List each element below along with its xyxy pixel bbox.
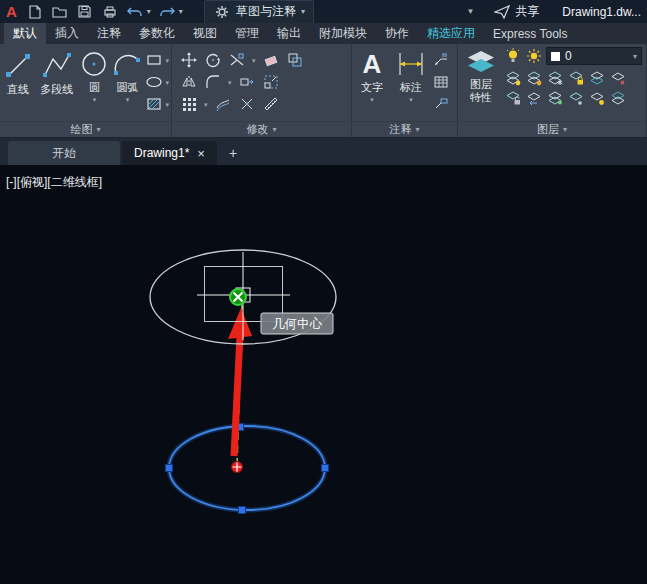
ribbon-tab-featured-apps[interactable]: 精选应用 [418, 23, 484, 44]
layer-freeze-all-button[interactable] [567, 89, 585, 107]
layer-state-button[interactable] [546, 89, 564, 107]
leader-tool-button[interactable] [432, 51, 450, 69]
new-file-button[interactable] [26, 3, 44, 21]
ribbon-tab-home[interactable]: 默认 [4, 23, 46, 44]
rectangle-tool-button[interactable]: ▾ [145, 51, 169, 69]
viewport-controls[interactable]: [-][俯视][二维线框] [6, 174, 102, 191]
ribbon-tab-addins[interactable]: 附加模块 [310, 23, 376, 44]
ribbon-tab-collaborate[interactable]: 协作 [376, 23, 418, 44]
ribbon: 直线 多段线 圆 ▾ 圆弧 ▾ [0, 44, 647, 138]
ribbon-tab-output[interactable]: 输出 [268, 23, 310, 44]
undo-dropdown-arrow[interactable]: ▾ [147, 7, 151, 16]
save-button[interactable] [76, 3, 94, 21]
hatch-dropdown-arrow[interactable]: ▾ [165, 101, 169, 108]
modify-panel-label[interactable]: 修改 ▾ [172, 121, 351, 137]
redo-dropdown-arrow[interactable]: ▾ [179, 7, 183, 16]
share-button[interactable]: 共享 [487, 3, 545, 21]
layer-properties-label-1: 图层 [470, 78, 492, 90]
scale-tool-button[interactable] [262, 73, 280, 91]
file-tab-start[interactable]: 开始 [8, 141, 120, 165]
trim-tool-button[interactable] [228, 51, 246, 69]
layer-off-button[interactable] [504, 69, 522, 87]
mirror-tool-button[interactable] [180, 73, 198, 91]
close-tab-icon[interactable]: × [197, 146, 205, 161]
array-dropdown-arrow[interactable]: ▾ [204, 101, 208, 108]
layer-bulb-icon[interactable] [504, 47, 522, 65]
undo-button[interactable] [126, 3, 144, 21]
circle-dropdown-arrow[interactable]: ▾ [93, 96, 97, 103]
ribbon-tab-view[interactable]: 视图 [184, 23, 226, 44]
ribbon-tab-express-tools[interactable]: Express Tools [484, 23, 576, 44]
file-tab-drawing1[interactable]: Drawing1* × [122, 141, 217, 165]
layer-isolate-button[interactable] [525, 69, 543, 87]
stretch-tool-button[interactable] [238, 73, 256, 91]
measure-tool-button[interactable] [262, 95, 280, 113]
text-tool-button[interactable]: A 文字 ▾ [354, 47, 390, 121]
layer-properties-icon [465, 49, 497, 77]
table-tool-button[interactable] [432, 73, 450, 91]
current-layer-name: 0 [565, 49, 572, 63]
grip-right[interactable] [322, 465, 329, 472]
line-tool-label: 直线 [7, 82, 29, 97]
new-drawing-button[interactable]: + [219, 141, 247, 165]
workspace-label: 草图与注释 [236, 3, 296, 20]
dimension-tool-button[interactable]: 标注 ▾ [392, 47, 430, 121]
autocad-logo[interactable]: A [6, 3, 17, 20]
copy-tool-button[interactable] [286, 51, 304, 69]
arc-tool-label: 圆弧 [116, 80, 138, 95]
fillet-tool-button[interactable] [204, 73, 222, 91]
move-tool-button[interactable] [180, 51, 198, 69]
arc-tool-button[interactable]: 圆弧 ▾ [111, 47, 143, 121]
draw-panel-label[interactable]: 绘图 ▾ [0, 121, 171, 137]
open-folder-button[interactable] [51, 3, 69, 21]
bottom-ellipse[interactable] [169, 426, 325, 510]
rotate-tool-button[interactable] [204, 51, 222, 69]
layer-dropdown[interactable]: 0 ▾ [546, 47, 642, 65]
redo-button[interactable] [158, 3, 176, 21]
layer-prev-button[interactable] [525, 89, 543, 107]
layer-freeze-button[interactable] [546, 69, 564, 87]
layers-panel: 图层 特性 0 ▾ [458, 44, 647, 137]
ellipse-dropdown-arrow[interactable]: ▾ [165, 79, 169, 86]
text-dropdown-arrow[interactable]: ▾ [370, 96, 374, 103]
grip-left[interactable] [166, 465, 173, 472]
layers-panel-label[interactable]: 图层 ▾ [458, 121, 646, 137]
grip-bottom[interactable] [239, 507, 246, 514]
workspace-switcher[interactable]: 草图与注释 ▾ [204, 0, 314, 24]
trim-dropdown-arrow[interactable]: ▾ [252, 57, 256, 64]
ellipse-tool-button[interactable]: ▾ [145, 73, 169, 91]
rectangle-dropdown-arrow[interactable]: ▾ [165, 57, 169, 64]
paper-plane-icon [493, 3, 511, 21]
ribbon-tab-manage[interactable]: 管理 [226, 23, 268, 44]
hatch-tool-button[interactable]: ▾ [145, 95, 169, 113]
annotation-panel-label[interactable]: 注释 ▾ [352, 121, 457, 137]
qat-overflow-button[interactable]: ▼ [460, 7, 480, 16]
layer-on-all-button[interactable] [588, 89, 606, 107]
polyline-tool-button[interactable]: 多段线 [36, 47, 77, 121]
fillet-dropdown-arrow[interactable]: ▾ [228, 79, 232, 86]
offset-tool-button[interactable] [214, 95, 232, 113]
titlebar: A ▾ ▾ 草图与注释 ▾ ▼ 共享 Drawing1.dw... [0, 0, 647, 23]
layer-lock-button[interactable] [567, 69, 585, 87]
ribbon-tab-insert[interactable]: 插入 [46, 23, 88, 44]
ribbon-tab-annotate[interactable]: 注释 [88, 23, 130, 44]
layer-properties-button[interactable]: 图层 特性 [462, 47, 500, 121]
dimension-dropdown-arrow[interactable]: ▾ [409, 96, 413, 103]
draw-panel: 直线 多段线 圆 ▾ 圆弧 ▾ [0, 44, 172, 137]
plot-button[interactable] [101, 3, 119, 21]
circle-tool-button[interactable]: 圆 ▾ [79, 47, 109, 121]
layer-unlock-button[interactable] [504, 89, 522, 107]
explode-tool-button[interactable] [238, 95, 256, 113]
multileader-tool-button[interactable] [432, 95, 450, 113]
array-tool-button[interactable] [180, 95, 198, 113]
arc-dropdown-arrow[interactable]: ▾ [126, 96, 130, 103]
erase-tool-button[interactable] [262, 51, 280, 69]
line-tool-button[interactable]: 直线 [2, 47, 34, 121]
drawing-area[interactable]: 几何中心 [-][俯视][二维线框] [0, 165, 647, 584]
layer-walk-button[interactable] [609, 69, 627, 87]
layers-panel-title: 图层 [537, 122, 559, 137]
layer-merge-button[interactable] [609, 89, 627, 107]
ribbon-tab-parametric[interactable]: 参数化 [130, 23, 184, 44]
layer-match-button[interactable] [588, 69, 606, 87]
layer-sun-icon[interactable] [525, 47, 543, 65]
